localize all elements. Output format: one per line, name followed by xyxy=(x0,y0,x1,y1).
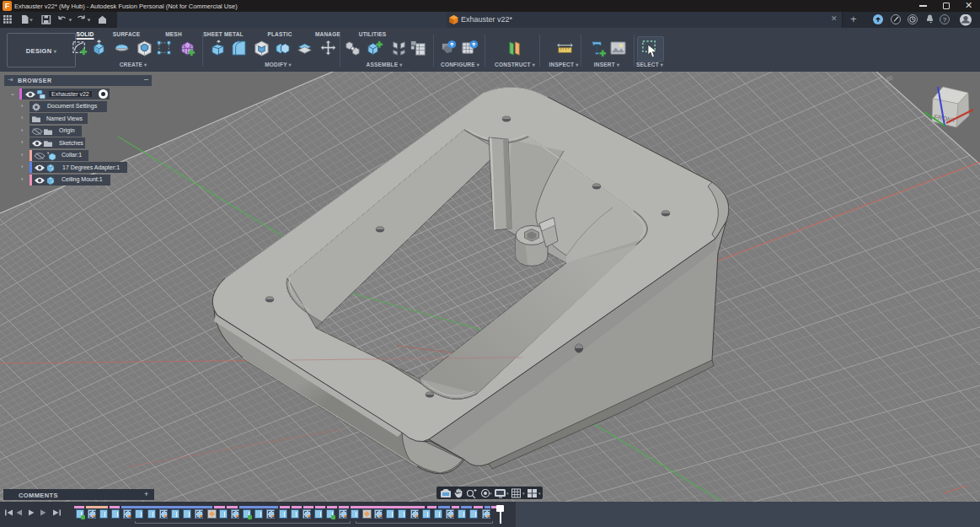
svg-text:?: ? xyxy=(943,16,947,24)
